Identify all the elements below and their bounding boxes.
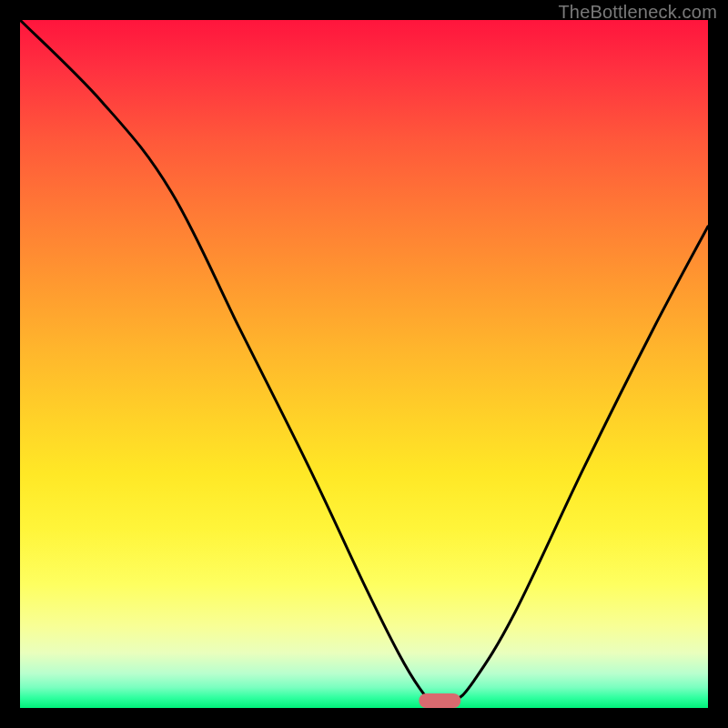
chart-container: TheBottleneck.com xyxy=(0,0,728,728)
optimal-marker xyxy=(419,693,460,708)
attribution-text: TheBottleneck.com xyxy=(558,2,717,23)
plot-area xyxy=(20,20,708,708)
bottleneck-curve xyxy=(20,20,708,708)
curve-path xyxy=(20,20,708,703)
